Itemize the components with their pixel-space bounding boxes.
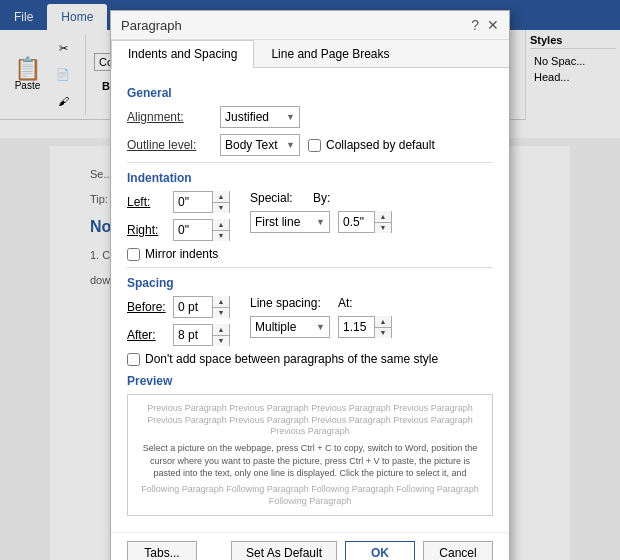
by-up[interactable]: ▲	[375, 211, 391, 223]
no-add-space-checkbox-row: Don't add space between paragraphs of th…	[127, 352, 438, 366]
tab-indents-spacing[interactable]: Indents and Spacing	[111, 40, 254, 68]
line-spacing-select[interactable]: Multiple ▼	[250, 316, 330, 338]
no-add-space-row: Don't add space between paragraphs of th…	[127, 352, 493, 366]
close-icon[interactable]: ✕	[487, 17, 499, 33]
mirror-checkbox-row: Mirror indents	[127, 247, 218, 261]
alignment-arrow-icon: ▼	[286, 112, 295, 122]
after-down[interactable]: ▼	[213, 336, 229, 347]
before-down[interactable]: ▼	[213, 308, 229, 319]
collapsed-checkbox[interactable]	[308, 139, 321, 152]
preview-next-para: Following Paragraph Following Paragraph …	[136, 484, 484, 507]
paragraph-dialog: Paragraph ? ✕ Indents and Spacing Line a…	[110, 10, 510, 560]
mirror-row: Mirror indents	[127, 247, 493, 261]
divider-1	[127, 162, 493, 163]
after-input: ▲ ▼	[173, 324, 230, 346]
set-default-button[interactable]: Set As Default	[231, 541, 337, 560]
right-indent-down[interactable]: ▼	[213, 231, 229, 242]
after-label: After:	[127, 328, 167, 342]
line-spacing-arrow-icon: ▼	[316, 322, 325, 332]
special-row: Special: By:	[250, 191, 392, 205]
spacing-container: Before: ▲ ▼ After: ▲	[127, 296, 493, 346]
right-label: Right:	[127, 223, 167, 237]
special-select[interactable]: First line ▼	[250, 211, 330, 233]
left-label: Left:	[127, 195, 167, 209]
left-indent-input: ▲ ▼	[173, 191, 230, 213]
preview-prev-para: Previous Paragraph Previous Paragraph Pr…	[136, 403, 484, 438]
help-icon[interactable]: ?	[471, 17, 479, 33]
right-indent-field[interactable]	[174, 220, 212, 240]
indentation-section-header: Indentation	[127, 171, 493, 185]
outline-label: Outline level:	[127, 138, 212, 152]
at-up[interactable]: ▲	[375, 316, 391, 328]
outline-arrow-icon: ▼	[286, 140, 295, 150]
alignment-label: Alignment:	[127, 110, 212, 124]
line-spacing-label: Line spacing:	[250, 296, 330, 310]
dialog-title: Paragraph	[121, 18, 182, 33]
right-indent-up[interactable]: ▲	[213, 219, 229, 231]
preview-box: Previous Paragraph Previous Paragraph Pr…	[127, 394, 493, 516]
by-label: By:	[313, 191, 333, 205]
dialog-titlebar: Paragraph ? ✕	[111, 11, 509, 40]
after-row: After: ▲ ▼	[127, 324, 230, 346]
at-spin-input: ▲ ▼	[338, 316, 392, 338]
outline-value: Body Text	[225, 138, 277, 152]
mirror-checkbox[interactable]	[127, 248, 140, 261]
alignment-value: Justified	[225, 110, 269, 124]
before-after-spacing: Before: ▲ ▼ After: ▲	[127, 296, 230, 346]
lr-indentation: Left: ▲ ▼ Right: ▲	[127, 191, 230, 241]
before-label: Before:	[127, 300, 167, 314]
alignment-row: Alignment: Justified ▼	[127, 106, 493, 128]
by-down[interactable]: ▼	[375, 223, 391, 234]
at-field[interactable]	[339, 317, 374, 337]
dialog-footer: Tabs... Set As Default OK Cancel	[111, 532, 509, 560]
no-add-space-label: Don't add space between paragraphs of th…	[145, 352, 438, 366]
right-indent-spinners: ▲ ▼	[212, 219, 229, 241]
by-field[interactable]	[339, 212, 374, 232]
dialog-tabs: Indents and Spacing Line and Page Breaks	[111, 40, 509, 68]
spacing-section-header: Spacing	[127, 276, 493, 290]
left-indent-field[interactable]	[174, 192, 212, 212]
alignment-select[interactable]: Justified ▼	[220, 106, 300, 128]
left-indent-row: Left: ▲ ▼	[127, 191, 230, 213]
left-indent-up[interactable]: ▲	[213, 191, 229, 203]
dialog-body: General Alignment: Justified ▼ Outline l…	[111, 68, 509, 532]
before-up[interactable]: ▲	[213, 296, 229, 308]
indentation-container: Left: ▲ ▼ Right: ▲	[127, 191, 493, 241]
cancel-button[interactable]: Cancel	[423, 541, 493, 560]
collapsed-label: Collapsed by default	[326, 138, 435, 152]
at-spinners: ▲ ▼	[374, 316, 391, 338]
tabs-button[interactable]: Tabs...	[127, 541, 197, 560]
outline-select[interactable]: Body Text ▼	[220, 134, 300, 156]
left-indent-down[interactable]: ▼	[213, 203, 229, 214]
tab-line-page-breaks[interactable]: Line and Page Breaks	[254, 40, 406, 67]
before-row: Before: ▲ ▼	[127, 296, 230, 318]
at-down[interactable]: ▼	[375, 328, 391, 339]
after-field[interactable]	[174, 325, 212, 345]
before-field[interactable]	[174, 297, 212, 317]
line-spacing-container: Line spacing: At: Multiple ▼ ▲ ▼	[250, 296, 392, 346]
right-indent-input: ▲ ▼	[173, 219, 230, 241]
special-indentation: Special: By: First line ▼ ▲ ▼	[250, 191, 392, 241]
by-spinners: ▲ ▼	[374, 211, 391, 233]
ok-button[interactable]: OK	[345, 541, 415, 560]
special-values-row: First line ▼ ▲ ▼	[250, 211, 392, 233]
special-arrow-icon: ▼	[316, 217, 325, 227]
by-spin-input: ▲ ▼	[338, 211, 392, 233]
before-spinners: ▲ ▼	[212, 296, 229, 318]
outline-row: Outline level: Body Text ▼ Collapsed by …	[127, 134, 493, 156]
special-value: First line	[255, 215, 300, 229]
preview-main-para: Select a picture on the webpage, press C…	[136, 442, 484, 480]
line-spacing-values-row: Multiple ▼ ▲ ▼	[250, 316, 392, 338]
no-add-space-checkbox[interactable]	[127, 353, 140, 366]
before-input: ▲ ▼	[173, 296, 230, 318]
divider-2	[127, 267, 493, 268]
special-label: Special:	[250, 191, 305, 205]
general-section-header: General	[127, 86, 493, 100]
dialog-controls: ? ✕	[471, 17, 499, 33]
at-label: At:	[338, 296, 358, 310]
collapsed-checkbox-row: Collapsed by default	[308, 138, 435, 152]
mirror-label: Mirror indents	[145, 247, 218, 261]
after-up[interactable]: ▲	[213, 324, 229, 336]
right-indent-row: Right: ▲ ▼	[127, 219, 230, 241]
line-spacing-value: Multiple	[255, 320, 296, 334]
